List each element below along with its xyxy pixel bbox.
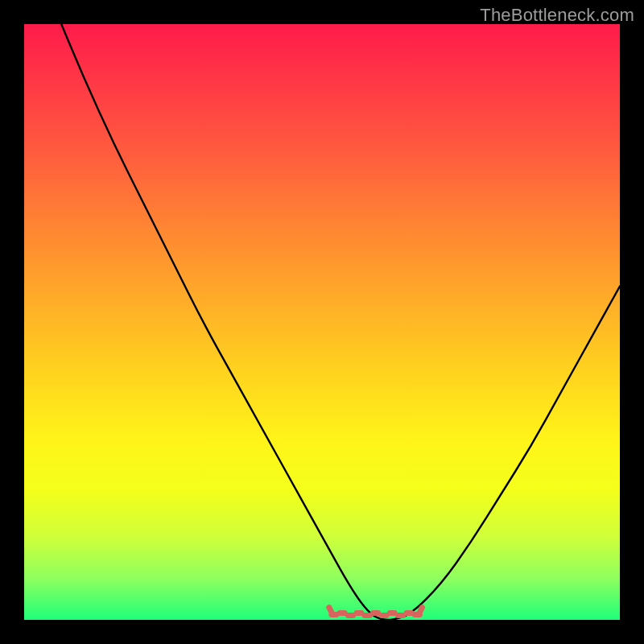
basin-marker <box>329 608 423 616</box>
svg-line-12 <box>419 608 422 614</box>
chart-stage: TheBottleneck.com <box>0 0 644 644</box>
watermark-text: TheBottleneck.com <box>480 5 634 26</box>
curve-layer <box>24 24 620 620</box>
svg-line-11 <box>329 608 332 614</box>
plot-area <box>24 24 620 620</box>
bottleneck-curve <box>24 24 620 620</box>
